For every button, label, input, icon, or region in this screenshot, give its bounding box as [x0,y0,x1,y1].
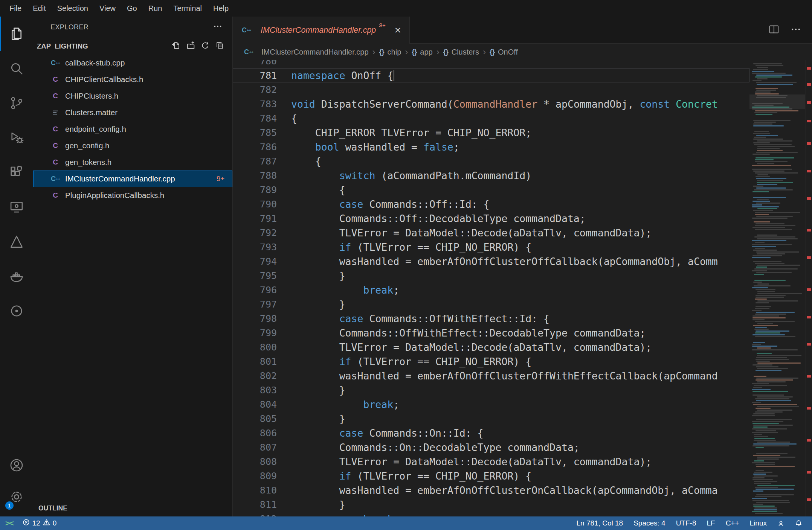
file-row[interactable]: CPluginApplicationCallbacks.h [33,187,232,204]
code-line[interactable]: 801 if (TLVError == CHIP_NO_ERROR) { [233,354,749,369]
menu-file[interactable]: File [4,0,27,17]
activity-extensions[interactable] [0,155,33,190]
code-line[interactable]: 807 Commands::On::DecodableType commandD… [233,440,749,454]
breadcrumb-item[interactable]: {}app [412,48,432,56]
code-line[interactable]: 809 if (TLVError == CHIP_NO_ERROR) { [233,469,749,483]
code-line[interactable]: 789 { [233,183,749,197]
minimap[interactable] [749,60,805,516]
menu-view[interactable]: View [94,0,121,17]
file-row[interactable]: CCHIPClusters.h [33,88,232,104]
code-line[interactable]: 793 if (TLVError == CHIP_NO_ERROR) { [233,240,749,254]
new-file-button[interactable] [172,41,180,52]
status-item[interactable]: UTF-8 [671,516,702,530]
code-line[interactable]: 798 case Commands::OffWithEffect::Id: { [233,311,749,326]
breadcrumb-item[interactable]: {}chip [379,48,401,56]
menu-terminal[interactable]: Terminal [168,0,208,17]
file-row[interactable]: Cgen_tokens.h [33,154,232,171]
notifications-button[interactable] [790,516,807,530]
code-line[interactable]: 808 TLVError = DataModel::Decode(aDataTl… [233,454,749,469]
remote-indicator[interactable]: >< [0,516,18,530]
problems-status[interactable]: 12 0 [18,516,61,530]
code-line[interactable]: 787 { [233,154,749,168]
close-icon[interactable]: × [394,24,401,36]
status-item[interactable]: Ln 781, Col 18 [571,516,629,530]
file-row[interactable]: Clusters.matter [33,104,232,121]
breadcrumb-item[interactable]: {}OnOff [490,48,518,56]
code-line[interactable]: 784{ [233,111,749,125]
breadcrumb-item[interactable]: {}Clusters [443,48,479,56]
refresh-explorer-button[interactable] [201,41,209,52]
code-line[interactable]: 799 Commands::OffWithEffect::DecodableTy… [233,326,749,340]
header-file-icon: C [50,92,61,100]
code-line[interactable]: 805 } [233,411,749,426]
minimap-line [756,65,783,66]
more-actions-button[interactable] [213,21,223,33]
file-row[interactable]: CCHIPClientCallbacks.h [33,71,232,88]
menu-run[interactable]: Run [143,0,168,17]
activity-accounts[interactable] [0,449,33,481]
status-item[interactable]: Linux [745,516,772,530]
refresh-icon [201,41,209,50]
minimap-line [754,329,769,330]
activity-remote-explorer[interactable] [0,190,33,224]
status-item[interactable]: C++ [720,516,745,530]
code-line[interactable]: 811 } [233,497,749,512]
code-line[interactable]: 790 case Commands::Off::Id: { [233,197,749,211]
menu-help[interactable]: Help [208,0,234,17]
folder-section-header[interactable]: ZAP_LIGHTING [33,38,232,55]
activity-source-control[interactable] [0,86,33,120]
collapse-folders-button[interactable] [216,41,224,52]
code-line[interactable]: 800 TLVError = DataModel::Decode(aDataTl… [233,340,749,354]
feedback-button[interactable] [772,516,790,530]
minimap-line [753,125,784,126]
code-line[interactable]: 786 bool wasHandled = false; [233,140,749,154]
minimap-viewport[interactable] [749,94,805,109]
file-row[interactable]: C++callback-stub.cpp [33,55,232,71]
code-editor[interactable]: 780781namespace OnOff {782783void Dispat… [233,60,749,516]
activity-run-and-debug[interactable] [0,120,33,155]
code-line[interactable]: 792 TLVError = DataModel::Decode(aDataTl… [233,225,749,240]
code-line[interactable]: 795 } [233,268,749,283]
activity-jupyter[interactable] [0,294,33,328]
minimap-line [757,67,768,68]
menu-go[interactable]: Go [121,0,143,17]
new-folder-button[interactable] [186,41,195,52]
minimap-line [752,240,786,241]
status-item[interactable]: LF [701,516,720,530]
menu-edit[interactable]: Edit [27,0,51,17]
activity-explorer[interactable] [0,17,33,51]
activity-manage[interactable]: 1 [0,481,33,513]
activity-search[interactable] [0,51,33,86]
split-editor-button[interactable] [768,24,780,37]
file-row[interactable]: Cgen_config.h [33,137,232,154]
tab-imclustercommandhandler[interactable]: C++ IMClusterCommandHandler.cpp 9+ × [233,17,410,44]
code-line[interactable]: 782 [233,82,749,97]
code-line[interactable]: 783void DispatchServerCommand(CommandHan… [233,97,749,111]
code-line[interactable]: 794 wasHandled = emberAfOnOffClusterOffC… [233,254,749,268]
outline-section-header[interactable]: OUTLINE [33,500,232,516]
code-line[interactable]: 788 switch (aCommandPath.mCommandId) [233,168,749,183]
more-actions-button[interactable] [790,24,801,37]
menu-selection[interactable]: Selection [52,0,94,17]
code-line[interactable]: 797 } [233,297,749,311]
code-line[interactable]: 803 } [233,383,749,397]
activity-cmake[interactable] [0,224,33,259]
file-row[interactable]: Cendpoint_config.h [33,121,232,137]
code-line[interactable]: 804 break; [233,397,749,411]
code-line[interactable]: 791 Commands::Off::DecodableType command… [233,211,749,225]
header-file-icon: C [50,158,61,166]
code-line[interactable]: 780 [233,60,749,68]
line-number: 800 [233,340,277,354]
file-row[interactable]: C++IMClusterCommandHandler.cpp9+ [33,171,232,187]
code-line[interactable]: 785 CHIP_ERROR TLVError = CHIP_NO_ERROR; [233,125,749,140]
code-line[interactable]: 796 break; [233,283,749,297]
breadcrumb-item[interactable]: C++IMClusterCommandHandler.cpp [243,48,369,56]
status-item[interactable]: Spaces: 4 [628,516,671,530]
code-line[interactable]: 802 wasHandled = emberAfOnOffClusterOffW… [233,369,749,383]
activity-docker[interactable] [0,259,33,294]
overview-ruler[interactable] [805,60,812,516]
code-line[interactable]: 812 break; [233,512,749,516]
code-line[interactable]: 781namespace OnOff { [233,68,749,82]
code-line[interactable]: 806 case Commands::On::Id: { [233,426,749,440]
code-line[interactable]: 810 wasHandled = emberAfOnOffClusterOnCa… [233,483,749,497]
